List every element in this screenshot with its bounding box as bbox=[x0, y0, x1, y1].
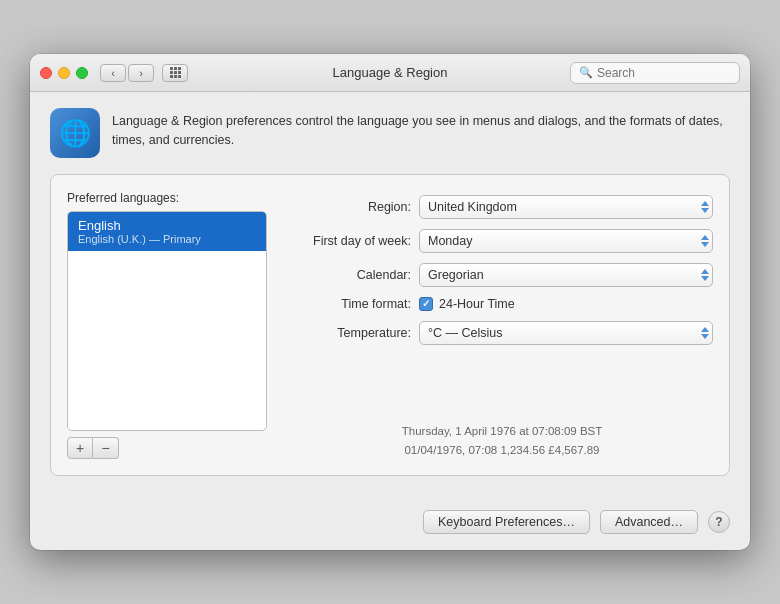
time-format-checkbox-row: ✓ 24-Hour Time bbox=[419, 297, 515, 311]
info-banner: 🌐 Language & Region preferences control … bbox=[50, 108, 730, 158]
first-day-row: First day of week: Monday Sunday Saturda… bbox=[291, 229, 713, 253]
language-sub: English (U.K.) — Primary bbox=[78, 233, 256, 245]
content-area: 🌐 Language & Region preferences control … bbox=[30, 92, 750, 496]
minimize-button[interactable] bbox=[58, 67, 70, 79]
info-text: Language & Region preferences control th… bbox=[112, 108, 730, 150]
back-icon: ‹ bbox=[111, 67, 115, 79]
titlebar: ‹ › Language & Region 🔍 bbox=[30, 54, 750, 92]
region-row: Region: United Kingdom United States Aus… bbox=[291, 195, 713, 219]
add-language-button[interactable]: + bbox=[67, 437, 93, 459]
sample-date-line2: 01/04/1976, 07:08 1,234.56 £4,567.89 bbox=[291, 441, 713, 459]
traffic-lights bbox=[40, 67, 88, 79]
calendar-select-wrapper: Gregorian Buddhist Hebrew bbox=[419, 263, 713, 287]
temperature-select[interactable]: °C — Celsius °F — Fahrenheit bbox=[419, 321, 713, 345]
language-section: Preferred languages: English English (U.… bbox=[67, 191, 267, 459]
time-format-checkbox[interactable]: ✓ bbox=[419, 297, 433, 311]
search-icon: 🔍 bbox=[579, 66, 593, 79]
calendar-select[interactable]: Gregorian Buddhist Hebrew bbox=[419, 263, 713, 287]
language-item-english[interactable]: English English (U.K.) — Primary bbox=[68, 212, 266, 251]
calendar-label: Calendar: bbox=[291, 268, 411, 282]
first-day-label: First day of week: bbox=[291, 234, 411, 248]
time-format-checkbox-label: 24-Hour Time bbox=[439, 297, 515, 311]
checkmark-icon: ✓ bbox=[422, 299, 430, 309]
first-day-select-wrapper: Monday Sunday Saturday bbox=[419, 229, 713, 253]
search-bar[interactable]: 🔍 bbox=[570, 62, 740, 84]
temperature-row: Temperature: °C — Celsius °F — Fahrenhei… bbox=[291, 321, 713, 345]
back-button[interactable]: ‹ bbox=[100, 64, 126, 82]
main-panel: Preferred languages: English English (U.… bbox=[50, 174, 730, 476]
bottom-bar: Keyboard Preferences… Advanced… ? bbox=[30, 496, 750, 550]
maximize-button[interactable] bbox=[76, 67, 88, 79]
temperature-label: Temperature: bbox=[291, 326, 411, 340]
settings-section: Region: United Kingdom United States Aus… bbox=[291, 191, 713, 459]
grid-icon bbox=[170, 67, 181, 78]
preferred-languages-label: Preferred languages: bbox=[67, 191, 267, 205]
close-button[interactable] bbox=[40, 67, 52, 79]
advanced-button[interactable]: Advanced… bbox=[600, 510, 698, 534]
region-select-wrapper: United Kingdom United States Australia bbox=[419, 195, 713, 219]
globe-symbol: 🌐 bbox=[59, 118, 91, 149]
remove-language-button[interactable]: − bbox=[93, 437, 119, 459]
forward-icon: › bbox=[139, 67, 143, 79]
globe-icon: 🌐 bbox=[50, 108, 100, 158]
sample-dates: Thursday, 1 April 1976 at 07:08:09 BST 0… bbox=[291, 410, 713, 459]
region-select[interactable]: United Kingdom United States Australia bbox=[419, 195, 713, 219]
search-input[interactable] bbox=[597, 66, 731, 80]
calendar-row: Calendar: Gregorian Buddhist Hebrew bbox=[291, 263, 713, 287]
keyboard-preferences-button[interactable]: Keyboard Preferences… bbox=[423, 510, 590, 534]
language-list: English English (U.K.) — Primary bbox=[67, 211, 267, 431]
help-button[interactable]: ? bbox=[708, 511, 730, 533]
main-window: ‹ › Language & Region 🔍 🌐 Language bbox=[30, 54, 750, 550]
time-format-row: Time format: ✓ 24-Hour Time bbox=[291, 297, 713, 311]
time-format-label: Time format: bbox=[291, 297, 411, 311]
language-name: English bbox=[78, 218, 256, 233]
region-label: Region: bbox=[291, 200, 411, 214]
forward-button[interactable]: › bbox=[128, 64, 154, 82]
sample-date-line1: Thursday, 1 April 1976 at 07:08:09 BST bbox=[291, 422, 713, 440]
temperature-select-wrapper: °C — Celsius °F — Fahrenheit bbox=[419, 321, 713, 345]
window-title: Language & Region bbox=[333, 65, 448, 80]
nav-buttons: ‹ › bbox=[100, 64, 154, 82]
first-day-select[interactable]: Monday Sunday Saturday bbox=[419, 229, 713, 253]
apps-grid-button[interactable] bbox=[162, 64, 188, 82]
language-controls: + − bbox=[67, 437, 267, 459]
